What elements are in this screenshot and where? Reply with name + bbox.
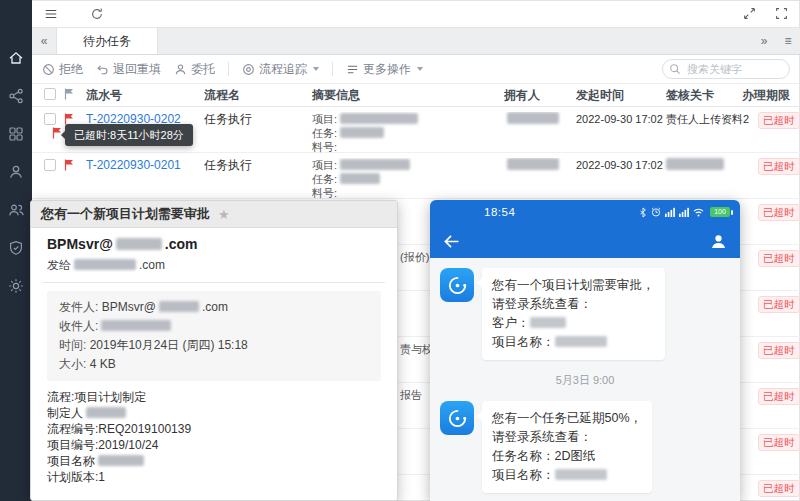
return-arrow-icon [96, 63, 109, 76]
favorite-star-icon[interactable]: ★ [218, 207, 230, 222]
tab-pending-tasks[interactable]: 待办任务 [56, 28, 158, 54]
bluetooth-icon [639, 207, 647, 218]
home-icon [8, 50, 24, 66]
more-actions-button[interactable]: 更多操作 [346, 61, 423, 78]
owner-redacted [507, 112, 559, 124]
email-notification-popup: 您有一个新项目计划需要审批 ★ BPMsvr@.com 发给.com 发件人: … [30, 200, 398, 501]
app-logo-icon [447, 408, 468, 429]
chat-date-separator: 5月3日 9:00 [440, 373, 730, 388]
phone-notification-popup: 18:54 100 您有 [430, 200, 740, 501]
message-bubble: 您有一个项目计划需要审批， 请登录系统查看： 客户： 项目名称： [482, 268, 665, 360]
hamburger-menu-icon[interactable] [42, 5, 60, 23]
redacted-text [340, 113, 418, 124]
phone-header: 18:54 100 [430, 200, 740, 258]
redacted-text [98, 455, 144, 466]
expand-arrows-icon[interactable] [740, 5, 758, 23]
bpm-app-avatar [440, 268, 474, 302]
redacted-text [530, 317, 566, 328]
owner-redacted [507, 158, 559, 170]
overdue-flag-icon [64, 159, 75, 171]
redacted-text [116, 238, 162, 250]
search-input[interactable] [662, 59, 790, 79]
header-process[interactable]: 流程名 [204, 88, 312, 103]
contact-person-icon[interactable] [709, 232, 728, 251]
reject-button[interactable]: 拒绝 [42, 61, 83, 78]
email-size-line: 大小: 4 KB [59, 355, 369, 374]
search-icon [669, 63, 681, 75]
app-logo-icon [447, 275, 468, 296]
sidebar-item-home[interactable] [7, 50, 25, 66]
chat-message: 您有一个任务已延期50%， 请登录系统查看： 任务名称：2D图纸 项目名称： [440, 401, 730, 493]
redacted-text [159, 301, 199, 312]
redacted-text [340, 127, 384, 138]
header-serial[interactable]: 流水号 [86, 88, 204, 103]
email-meta-box: 发件人: BPMsvr@.com 收件人: 时间: 2019年10月24日 (周… [47, 291, 381, 381]
sidebar-item-users[interactable] [7, 202, 25, 218]
sidebar-item-security[interactable] [7, 240, 25, 256]
email-header: 您有一个新项目计划需要审批 ★ [31, 201, 397, 228]
tab-bar: « 待办任务 » ≡ [32, 28, 800, 55]
email-time-line: 时间: 2019年10月24日 (周四) 15:18 [59, 336, 369, 355]
start-time: 2022-09-30 17:02 [576, 158, 666, 173]
overdue-status-badge: 已超时 [758, 388, 800, 405]
phone-nav-bar [430, 224, 740, 258]
select-all-checkbox[interactable] [44, 88, 56, 100]
table-row[interactable]: T-20220930-0201 任务执行 项目: 任务: 料号: 2022-09… [32, 153, 800, 199]
sidebar-item-share[interactable] [7, 88, 25, 104]
overdue-status-badge: 已超时 [758, 250, 800, 267]
email-to-line: 发给.com [47, 257, 381, 274]
app-window: « 待办任务 » ≡ 拒绝 退回重填 委托 [0, 0, 800, 501]
email-from-line: BPMsvr@.com [47, 236, 381, 252]
signal-bars-icon [679, 207, 689, 217]
overdue-status-badge: 已超时 [758, 434, 800, 451]
chevron-down-icon [417, 67, 423, 71]
fullscreen-icon[interactable] [772, 5, 790, 23]
redacted-text [340, 173, 380, 184]
overdue-status-badge: 已超时 [758, 342, 800, 359]
email-body: BPMsvr@.com 发给.com 发件人: BPMsvr@.com 收件人:… [31, 228, 397, 501]
chevron-down-icon [313, 67, 319, 71]
toolbar-divider [228, 62, 229, 76]
delegate-button[interactable]: 委托 [174, 61, 215, 78]
gear-icon [8, 278, 24, 294]
flag-column-icon [64, 88, 75, 100]
return-refill-button[interactable]: 退回重填 [96, 61, 161, 78]
wifi-icon [693, 208, 704, 217]
scroll-tabs-left-icon[interactable]: « [32, 28, 56, 54]
checkpoint: 责任人上传资料2 [666, 112, 742, 127]
sidebar-item-user[interactable] [7, 164, 25, 180]
alarm-clock-icon [651, 207, 661, 217]
tab-list-menu-icon[interactable]: ≡ [776, 28, 800, 54]
serial-link[interactable]: T-20220930-0201 [86, 158, 204, 173]
header-start-time[interactable]: 发起时间 [576, 88, 666, 103]
scroll-tabs-right-icon[interactable]: » [752, 28, 776, 54]
header-deadline[interactable]: 办理期限 [742, 88, 800, 103]
header-checkpoint[interactable]: 签核关卡 [666, 88, 742, 103]
process-track-button[interactable]: 流程追踪 [242, 61, 319, 78]
email-recipient-line: 收件人: [59, 317, 369, 336]
track-target-icon [242, 63, 255, 76]
back-arrow-icon[interactable] [442, 232, 461, 251]
list-icon [346, 63, 359, 76]
header-summary[interactable]: 摘要信息 [312, 88, 504, 103]
message-bubble: 您有一个任务已延期50%， 请登录系统查看： 任务名称：2D图纸 项目名称： [482, 401, 652, 493]
row-checkbox[interactable] [44, 159, 56, 171]
delegate-person-icon [174, 63, 187, 76]
overdue-status-badge: 已超时 [758, 296, 800, 313]
apps-grid-icon [8, 126, 24, 142]
phone-status-bar: 18:54 100 [430, 200, 740, 224]
topbar [32, 0, 800, 28]
toolbar-divider [332, 62, 333, 76]
sidebar [0, 0, 32, 501]
sidebar-item-settings[interactable] [7, 278, 25, 294]
sidebar-item-apps[interactable] [7, 126, 25, 142]
reject-icon [42, 63, 55, 76]
checkpoint-redacted [666, 158, 724, 170]
user-icon [8, 164, 24, 180]
overdue-status-badge: 已超时 [758, 204, 800, 221]
refresh-icon[interactable] [88, 5, 106, 23]
header-owner[interactable]: 拥有人 [504, 88, 576, 103]
phone-chat-area: 您有一个项目计划需要审批， 请登录系统查看： 客户： 项目名称： 5月3日 9:… [430, 258, 740, 493]
redacted-text [86, 407, 126, 418]
search-box [662, 59, 790, 79]
